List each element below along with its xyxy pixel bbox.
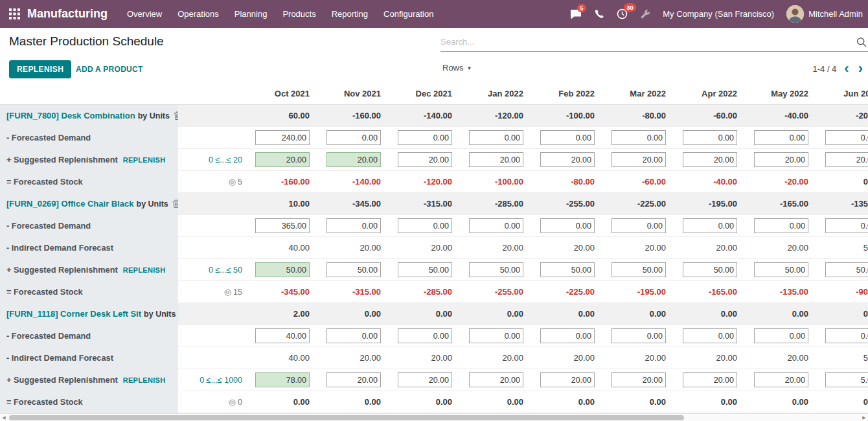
apps-grid-icon[interactable] (5, 5, 23, 23)
messages-button[interactable]: 5 (570, 9, 582, 19)
forecast-demand-input[interactable] (540, 218, 595, 233)
add-product-button[interactable]: ADD A PRODUCT (76, 65, 143, 74)
replenishment-input[interactable] (326, 262, 381, 277)
product-link[interactable]: [FURN_0269] Office Chair Black (6, 199, 134, 209)
forecast-demand-input[interactable] (540, 130, 595, 145)
replenishment-input[interactable] (754, 152, 808, 167)
forecast-demand-input[interactable] (255, 328, 310, 343)
pager-next-icon[interactable]: › (857, 63, 864, 74)
forecast-demand-input[interactable] (326, 218, 381, 233)
replenishment-input[interactable] (255, 152, 310, 167)
forecast-demand-input[interactable] (540, 328, 595, 343)
replenish-range[interactable]: 0 ≤...≤ 1000 (200, 376, 242, 385)
forecast-demand-input[interactable] (754, 328, 808, 343)
replenishment-input[interactable] (825, 262, 868, 277)
forecast-demand-input[interactable] (255, 218, 310, 233)
replenish-button[interactable]: REPLENISH (9, 60, 71, 78)
replenish-range[interactable]: 0 ≤...≤ 20 (209, 155, 242, 165)
forecast-demand-input[interactable] (754, 130, 808, 145)
forecast-demand-input[interactable] (469, 218, 523, 233)
replenishment-input[interactable] (825, 372, 868, 387)
replenishment-input[interactable] (255, 262, 310, 277)
menu-item-configuration[interactable]: Configuration (376, 5, 441, 23)
replenishment-input[interactable] (398, 372, 452, 387)
replenishment-input[interactable] (754, 262, 808, 277)
forecast-demand-input[interactable] (611, 130, 666, 145)
scroll-left-icon[interactable]: ◀ (0, 415, 8, 421)
scrollbar-thumb[interactable] (9, 415, 684, 420)
company-switcher[interactable]: My Company (San Francisco) (663, 9, 774, 19)
replenishment-input[interactable] (611, 152, 666, 167)
forecast-demand-input[interactable] (398, 328, 452, 343)
replenishment-input[interactable] (398, 262, 452, 277)
value-text: 0.00 (507, 397, 523, 407)
forecast-demand-input[interactable] (398, 218, 452, 233)
replenish-link[interactable]: REPLENISH (123, 266, 166, 274)
safety-stock-target[interactable]: ◎ 0 (229, 397, 242, 407)
forecast-demand-input[interactable] (326, 328, 381, 343)
search-input[interactable] (440, 32, 851, 51)
trash-icon[interactable] (174, 111, 178, 120)
replenishment-input[interactable] (540, 262, 595, 277)
replenish-link[interactable]: REPLENISH (123, 376, 166, 384)
menu-item-overview[interactable]: Overview (119, 5, 170, 23)
pager-previous-icon[interactable]: ‹ (843, 63, 850, 74)
replenishment-input[interactable] (683, 262, 737, 277)
forecast-demand-input[interactable] (754, 218, 808, 233)
forecast-demand-input[interactable] (825, 328, 868, 343)
forecast-demand-input[interactable] (255, 130, 310, 145)
replenishment-input[interactable] (611, 372, 666, 387)
forecast-demand-input[interactable] (825, 218, 868, 233)
menu-item-reporting[interactable]: Reporting (324, 5, 376, 23)
replenish-link[interactable]: REPLENISH (123, 156, 166, 164)
forecast-demand-input[interactable] (611, 328, 666, 343)
replenishment-input[interactable] (683, 372, 737, 387)
replenishment-input[interactable] (469, 262, 523, 277)
forecast-demand-input[interactable] (611, 218, 666, 233)
value-cell: 20.00 (674, 237, 745, 258)
replenishment-input[interactable] (540, 152, 595, 167)
phone-button[interactable] (594, 9, 604, 19)
trash-icon[interactable] (172, 199, 178, 208)
replenishment-input[interactable] (825, 152, 868, 167)
replenishment-input[interactable] (255, 372, 310, 387)
replenishment-input[interactable] (398, 152, 452, 167)
forecast-demand-input[interactable] (683, 328, 737, 343)
app-name[interactable]: Manufacturing (27, 7, 108, 21)
replenishment-input[interactable] (326, 372, 381, 387)
value-cell (460, 325, 531, 347)
replenishment-input[interactable] (540, 372, 595, 387)
replenish-range[interactable]: 0 ≤...≤ 50 (209, 266, 242, 275)
replenishment-input[interactable] (683, 152, 737, 167)
column-header: Jan 2022 (460, 83, 531, 104)
forecast-demand-input[interactable] (683, 218, 737, 233)
forecast-demand-input[interactable] (683, 130, 737, 145)
product-link[interactable]: [FURN_7800] Desk Combination (6, 111, 135, 120)
menu-item-planning[interactable]: Planning (227, 5, 275, 23)
safety-stock-target[interactable]: ◎ 5 (229, 177, 242, 187)
magnifier-icon[interactable] (856, 37, 867, 49)
forecast-demand-input[interactable] (469, 328, 523, 343)
replenishment-input[interactable] (611, 262, 666, 277)
scroll-right-icon[interactable]: ▶ (860, 415, 868, 421)
tools-button[interactable] (640, 9, 650, 19)
forecast-demand-input[interactable] (469, 130, 523, 145)
safety-stock-target[interactable]: ◎ 15 (224, 287, 242, 297)
replenishment-input[interactable] (469, 372, 523, 387)
product-row: [FURN_7800] Desk Combinationby Units60.0… (0, 105, 868, 127)
replenishment-input[interactable] (326, 152, 381, 167)
replenishment-input[interactable] (754, 372, 808, 387)
menu-item-products[interactable]: Products (275, 5, 323, 23)
user-menu[interactable]: Mitchell Admin (786, 5, 863, 23)
row-label: + Suggested Replenishment (6, 155, 118, 165)
rows-dropdown[interactable]: Rows▼ (442, 63, 472, 73)
row-label: + Suggested Replenishment (6, 265, 118, 275)
replenishment-input[interactable] (469, 152, 523, 167)
forecast-demand-input[interactable] (326, 130, 381, 145)
value-cell (389, 215, 460, 236)
activities-button[interactable]: 30 (617, 8, 628, 19)
product-link[interactable]: [FURN_1118] Corner Desk Left Sit (6, 309, 141, 319)
menu-item-operations[interactable]: Operations (170, 5, 227, 23)
forecast-demand-input[interactable] (398, 130, 452, 145)
forecast-demand-input[interactable] (825, 130, 868, 145)
